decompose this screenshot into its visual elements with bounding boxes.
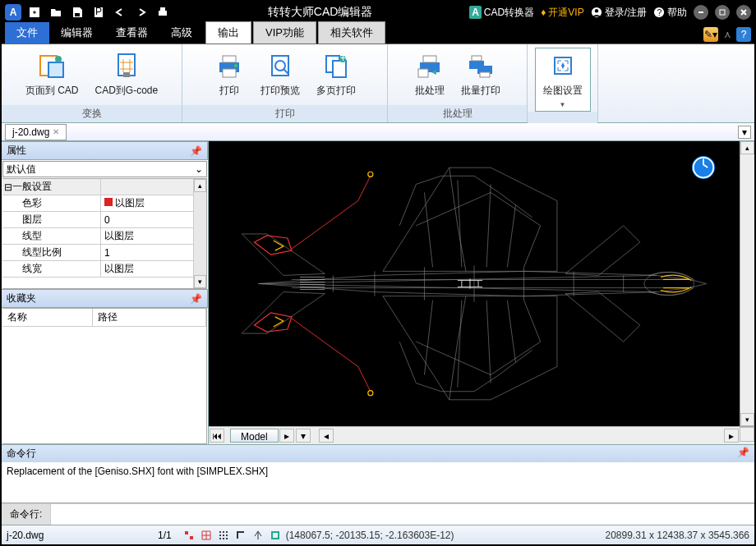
grid-dots-icon[interactable] <box>216 528 231 543</box>
command-panel: 命令行📌 Replacement of the [Geniso.SHX] fon… <box>2 444 754 525</box>
ortho-icon[interactable] <box>233 528 248 543</box>
redo-icon[interactable] <box>133 4 150 21</box>
titlebar: A PDF 转转大师CAD编辑器 ACAD转换器 ♦ 开通VIP 登录/注册 ?… <box>2 2 754 23</box>
menu-related[interactable]: 相关软件 <box>318 21 385 44</box>
scroll-down-icon[interactable]: ▾ <box>194 275 206 288</box>
plot-settings-button[interactable]: 绘图设置 ▼ <box>535 48 591 112</box>
svg-point-41 <box>219 535 221 536</box>
grid-toggle-icon[interactable] <box>199 528 214 543</box>
properties-header[interactable]: 属性📌 <box>2 141 208 160</box>
help-link[interactable]: ?帮助 <box>653 6 687 20</box>
scroll-up-icon[interactable]: ▴ <box>194 179 206 192</box>
favorites-col-path[interactable]: 路径 <box>93 309 206 326</box>
print-preview-button[interactable]: 打印预览 <box>252 48 308 105</box>
vertical-scrollbar[interactable]: ▴ ▾ <box>740 141 754 426</box>
snap-toggle-icon[interactable] <box>182 528 196 543</box>
save-icon[interactable] <box>69 4 85 21</box>
scroll-left-icon[interactable]: ◂ <box>319 429 334 443</box>
ribbon-group-batch: 批处理 <box>388 105 527 122</box>
drawing-canvas[interactable] <box>209 141 740 426</box>
close-tab-icon[interactable]: ✕ <box>53 127 59 136</box>
svg-rect-17 <box>223 56 236 62</box>
scroll-down-icon[interactable]: ▾ <box>740 413 754 426</box>
close-button[interactable] <box>736 5 751 20</box>
batch-button[interactable]: 批处理 <box>407 48 453 105</box>
pdf-icon[interactable]: PDF <box>90 4 107 21</box>
prop-row-lweight[interactable]: 线宽以图层 <box>2 261 193 278</box>
menu-output[interactable]: 输出 <box>205 21 251 44</box>
favorites-columns: 名称 路径 <box>2 309 206 327</box>
svg-rect-28 <box>418 69 428 77</box>
pin-icon[interactable]: 📌 <box>190 145 202 157</box>
menu-viewer[interactable]: 查看器 <box>104 22 159 44</box>
polar-icon[interactable] <box>251 528 265 543</box>
tabs-dropdown-icon[interactable]: ▾ <box>738 126 751 139</box>
printer-icon <box>214 51 244 80</box>
maximize-button[interactable] <box>715 5 730 20</box>
property-scope-select[interactable]: 默认值⌄ <box>2 161 207 177</box>
tab-dropdown-icon[interactable]: ▾ <box>296 429 311 443</box>
svg-rect-47 <box>272 532 279 539</box>
pin-icon[interactable]: 📌 <box>190 293 202 305</box>
batch-print-button[interactable]: 批量打印 <box>453 48 509 105</box>
model-tab[interactable]: Model <box>230 429 279 443</box>
favorites-header[interactable]: 收藏夹📌 <box>2 289 208 308</box>
scroll-right-icon[interactable]: ▸ <box>724 429 739 443</box>
cad-converter-link[interactable]: ACAD转换器 <box>469 6 534 20</box>
horizontal-scrollbar[interactable] <box>334 429 723 443</box>
svg-rect-18 <box>223 69 236 77</box>
multi-print-icon: + <box>321 51 351 80</box>
help-icon[interactable]: ? <box>736 27 751 42</box>
menu-advanced[interactable]: 高级 <box>159 22 204 44</box>
svg-rect-10 <box>720 10 725 15</box>
properties-scrollbar[interactable]: ▴ ▾ <box>193 179 206 288</box>
view-cube-icon[interactable] <box>692 156 715 179</box>
chevron-down-icon: ⌄ <box>195 163 203 175</box>
cad-to-gcode-icon <box>112 51 141 80</box>
svg-rect-12 <box>48 62 63 77</box>
status-page: 1/1 <box>158 530 172 541</box>
svg-rect-15 <box>123 72 130 77</box>
page-to-cad-button[interactable]: 页面到 CAD <box>17 48 87 105</box>
command-header[interactable]: 命令行📌 <box>2 445 754 462</box>
prop-row-color[interactable]: 色彩以图层 <box>2 195 193 212</box>
tab-nav-next-icon[interactable]: ▸ <box>279 429 294 443</box>
canvas-area: ▴ ▾ ⏮ Model ▸ ▾ ◂ ▸ <box>209 141 754 444</box>
svg-rect-27 <box>423 56 436 62</box>
login-link[interactable]: 登录/注册 <box>591 6 647 20</box>
menu-file[interactable]: 文件 <box>5 22 49 44</box>
vip-link[interactable]: ♦ 开通VIP <box>541 6 583 20</box>
document-tab[interactable]: j-20.dwg✕ <box>5 124 67 140</box>
prop-row-ltscale[interactable]: 线型比例1 <box>2 245 193 261</box>
print-button[interactable]: 打印 <box>206 48 252 105</box>
menu-vip[interactable]: VIP功能 <box>253 21 316 44</box>
menu-editor[interactable]: 编辑器 <box>49 22 104 44</box>
new-icon[interactable] <box>26 4 43 21</box>
pin-icon[interactable]: 📌 <box>737 447 749 461</box>
prop-group-general[interactable]: ⊟ 一般设置 <box>2 179 193 195</box>
tab-nav-first-icon[interactable]: ⏮ <box>210 429 224 443</box>
ribbon-group-convert: 变换 <box>2 105 182 122</box>
svg-point-44 <box>219 538 221 539</box>
print-icon[interactable] <box>154 4 171 21</box>
osnap-icon[interactable] <box>268 528 283 543</box>
collapse-ribbon-icon[interactable]: ⋏ <box>720 27 735 42</box>
undo-icon[interactable] <box>112 4 128 21</box>
style-icon[interactable]: ✎▾ <box>703 27 718 42</box>
prop-row-layer[interactable]: 图层0 <box>2 212 193 228</box>
svg-point-39 <box>223 531 224 533</box>
favorites-col-name[interactable]: 名称 <box>2 309 93 326</box>
cad-to-gcode-button[interactable]: CAD到G-code <box>86 48 166 105</box>
svg-point-43 <box>226 535 228 536</box>
bottom-tab-bar: ⏮ Model ▸ ▾ ◂ ▸ <box>209 426 754 444</box>
open-icon[interactable] <box>48 4 64 21</box>
command-input[interactable] <box>51 504 754 525</box>
multi-print-button[interactable]: + 多页打印 <box>308 48 364 105</box>
scroll-up-icon[interactable]: ▴ <box>740 141 754 154</box>
minimize-button[interactable] <box>694 5 708 20</box>
page-to-cad-icon <box>37 51 67 80</box>
svg-point-46 <box>226 538 228 539</box>
status-filename: j-20.dwg <box>7 530 154 541</box>
prop-row-linetype[interactable]: 线型以图层 <box>2 228 193 245</box>
svg-rect-4 <box>159 11 167 16</box>
